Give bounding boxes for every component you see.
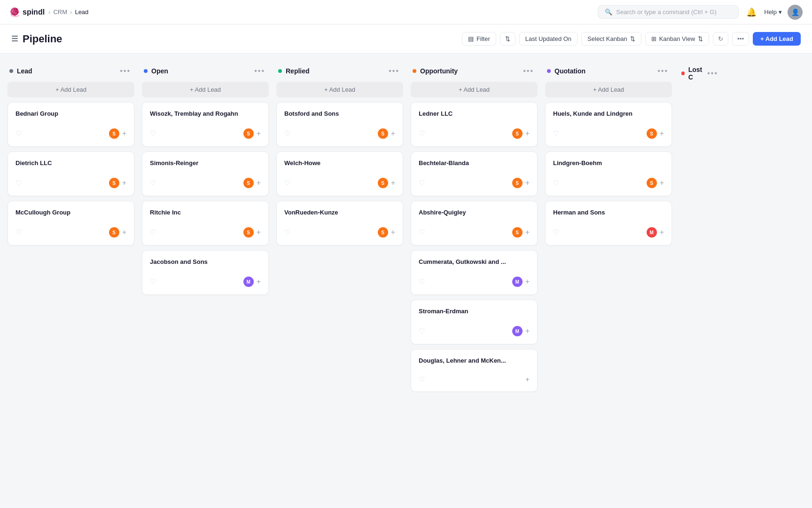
card-actions-stroman: M+	[512, 326, 530, 336]
favorite-icon-ledner[interactable]: ♡	[419, 129, 425, 138]
card-botsford[interactable]: Botsford and Sons♡S+	[276, 102, 403, 147]
notification-button[interactable]: 🔔	[744, 5, 758, 19]
column-menu-replied[interactable]: •••	[387, 66, 401, 76]
avatar[interactable]: 👤	[788, 5, 803, 20]
add-lead-row-replied[interactable]: + Add Lead	[276, 82, 403, 97]
add-action-dietrich[interactable]: +	[122, 179, 126, 187]
card-footer-welch: ♡S+	[284, 178, 395, 188]
favorite-icon-lindgren[interactable]: ♡	[553, 179, 559, 187]
card-ritchie[interactable]: Ritchie Inc♡S+	[142, 201, 269, 246]
card-simonis[interactable]: Simonis-Reinger♡S+	[142, 151, 269, 196]
add-action-herman[interactable]: +	[660, 228, 664, 237]
favorite-icon-huels[interactable]: ♡	[553, 129, 559, 138]
card-footer-bechtelar: ♡S+	[419, 178, 530, 188]
breadcrumb-lead[interactable]: Lead	[75, 8, 88, 16]
add-action-huels[interactable]: +	[660, 129, 664, 138]
add-action-bednari[interactable]: +	[122, 129, 126, 138]
add-action-ledner[interactable]: +	[525, 129, 530, 138]
favorite-icon-cummerata[interactable]: ♡	[419, 278, 425, 286]
card-welch[interactable]: Welch-Howe♡S+	[276, 151, 403, 196]
search-bar[interactable]: 🔍 Search or type a command (Ctrl + G)	[598, 5, 739, 19]
favorite-icon-bednari[interactable]: ♡	[16, 129, 22, 138]
add-action-bechtelar[interactable]: +	[525, 179, 530, 187]
favorite-icon-jacobson[interactable]: ♡	[150, 278, 156, 286]
select-kanban-button[interactable]: Select Kanban ⇅	[581, 32, 641, 46]
add-action-welch[interactable]: +	[391, 179, 395, 187]
favorite-icon-simonis[interactable]: ♡	[150, 179, 156, 187]
filter-label: Filter	[476, 35, 490, 42]
favorite-icon-dietrich[interactable]: ♡	[16, 179, 22, 187]
column-menu-lost[interactable]: •••	[705, 68, 720, 79]
card-actions-welch: S+	[378, 178, 395, 188]
card-title-bednari: Bednari Group	[16, 110, 126, 117]
add-action-cummerata[interactable]: +	[525, 278, 530, 286]
column-menu-lead[interactable]: •••	[118, 66, 133, 76]
column-menu-open[interactable]: •••	[252, 66, 267, 76]
card-douglas[interactable]: Douglas, Lehner and McKen...♡+	[411, 349, 538, 392]
card-title-ledner: Ledner LLC	[419, 110, 530, 117]
favorite-icon-mccullough[interactable]: ♡	[16, 228, 22, 237]
breadcrumb-crm[interactable]: CRM	[53, 8, 67, 16]
chevron-icon: ⇅	[630, 35, 635, 42]
card-ledner[interactable]: Ledner LLC♡S+	[411, 102, 538, 147]
sort-button[interactable]: ⇅	[500, 32, 515, 46]
user-badge-bechtelar: S	[512, 178, 523, 188]
favorite-icon-herman[interactable]: ♡	[553, 228, 559, 237]
add-action-douglas[interactable]: +	[525, 375, 530, 384]
help-button[interactable]: Help ▾	[764, 8, 782, 16]
add-action-botsford[interactable]: +	[391, 129, 395, 138]
card-cummerata[interactable]: Cummerata, Gutkowski and ...♡M+	[411, 250, 538, 295]
add-action-lindgren[interactable]: +	[660, 179, 664, 187]
favorite-icon-ritchie[interactable]: ♡	[150, 228, 156, 237]
card-herman[interactable]: Herman and Sons♡M+	[545, 201, 672, 246]
last-updated-button[interactable]: Last Updated On	[519, 32, 578, 46]
card-footer-wisozk: ♡S+	[150, 128, 261, 139]
column-menu-opportunity[interactable]: •••	[521, 66, 536, 76]
add-action-simonis[interactable]: +	[257, 179, 261, 187]
add-action-ritchie[interactable]: +	[257, 228, 261, 237]
filter-button[interactable]: ▤ Filter	[462, 32, 496, 46]
favorite-icon-stroman[interactable]: ♡	[419, 327, 425, 335]
add-action-stroman[interactable]: +	[525, 327, 530, 335]
card-bednari[interactable]: Bednari Group♡S+	[8, 102, 134, 147]
refresh-button[interactable]: ↻	[713, 32, 728, 46]
card-bechtelar[interactable]: Bechtelar-Blanda♡S+	[411, 151, 538, 196]
column-dot-lead	[9, 69, 13, 73]
add-action-abshire[interactable]: +	[525, 228, 530, 237]
favorite-icon-welch[interactable]: ♡	[284, 179, 290, 187]
card-stroman[interactable]: Stroman-Erdman♡M+	[411, 300, 538, 344]
add-action-jacobson[interactable]: +	[257, 278, 261, 286]
card-lindgren[interactable]: Lindgren-Boehm♡S+	[545, 151, 672, 196]
logo: 🧶 spindl	[9, 7, 45, 17]
column-title-lead: Lead	[17, 67, 32, 75]
column-title-lost: Lost C	[688, 66, 705, 81]
add-lead-row-opportunity[interactable]: + Add Lead	[411, 82, 538, 97]
add-action-vonrueden[interactable]: +	[391, 228, 395, 237]
menu-icon[interactable]: ☰	[11, 34, 18, 43]
favorite-icon-bechtelar[interactable]: ♡	[419, 179, 425, 187]
column-menu-quotation[interactable]: •••	[656, 66, 670, 76]
card-huels[interactable]: Huels, Kunde and Lindgren♡S+	[545, 102, 672, 147]
add-lead-row-quotation[interactable]: + Add Lead	[545, 82, 672, 97]
kanban-view-button[interactable]: ⊞ Kanban View ⇅	[645, 32, 709, 46]
card-abshire[interactable]: Abshire-Quigley♡S+	[411, 201, 538, 246]
card-mccullough[interactable]: McCullough Group♡S+	[8, 201, 134, 246]
add-lead-row-open[interactable]: + Add Lead	[142, 82, 269, 97]
more-options-button[interactable]: •••	[732, 32, 749, 46]
card-vonrueden[interactable]: VonRueden-Kunze♡S+	[276, 201, 403, 246]
card-title-welch: Welch-Howe	[284, 159, 395, 167]
add-lead-button[interactable]: + Add Lead	[753, 32, 801, 46]
favorite-icon-botsford[interactable]: ♡	[284, 129, 290, 138]
nav-right: 🔍 Search or type a command (Ctrl + G) 🔔 …	[598, 5, 803, 20]
card-wisozk[interactable]: Wisozk, Tremblay and Rogahn♡S+	[142, 102, 269, 147]
add-action-wisozk[interactable]: +	[257, 129, 261, 138]
card-jacobson[interactable]: Jacobson and Sons♡M+	[142, 250, 269, 295]
favorite-icon-abshire[interactable]: ♡	[419, 228, 425, 237]
favorite-icon-wisozk[interactable]: ♡	[150, 129, 156, 138]
add-action-mccullough[interactable]: +	[122, 228, 126, 237]
favorite-icon-douglas[interactable]: ♡	[419, 375, 425, 384]
add-lead-row-lead[interactable]: + Add Lead	[8, 82, 134, 97]
favorite-icon-vonrueden[interactable]: ♡	[284, 228, 290, 237]
card-dietrich[interactable]: Dietrich LLC♡S+	[8, 151, 134, 196]
column-title-open: Open	[151, 67, 168, 75]
